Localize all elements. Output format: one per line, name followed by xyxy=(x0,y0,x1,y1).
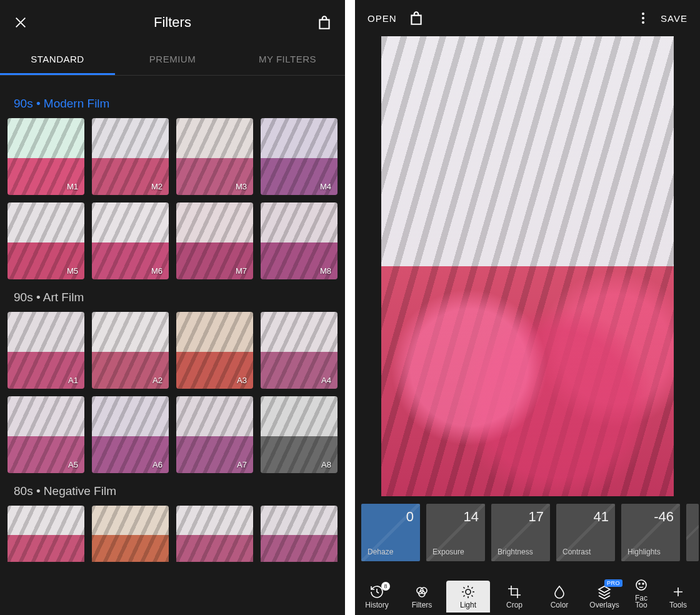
filter-thumb-a1[interactable]: A1 xyxy=(8,312,84,389)
filter-thumb[interactable] xyxy=(261,506,338,562)
image-preview-area xyxy=(355,36,700,504)
filter-thumb-label: A3 xyxy=(237,376,247,385)
svg-point-3 xyxy=(466,589,471,594)
filter-thumb-label: A5 xyxy=(68,460,78,469)
pro-badge: PRO xyxy=(604,579,622,587)
filter-thumb-m3[interactable]: M3 xyxy=(176,118,253,195)
svg-point-6 xyxy=(642,583,644,584)
history-count-badge: 8 xyxy=(381,582,390,591)
tool-crop[interactable]: Crop xyxy=(492,581,536,612)
adjust-brightness[interactable]: 17Brightness xyxy=(491,504,550,561)
tool-label: Overlays xyxy=(589,602,619,609)
filter-thumb-label: A8 xyxy=(321,460,331,469)
tab-my-filters[interactable]: MY FILTERS xyxy=(230,45,345,75)
filter-thumb-label: M7 xyxy=(236,266,247,276)
filter-thumb[interactable] xyxy=(176,506,253,562)
adjust-value: 41 xyxy=(562,509,609,525)
filter-groups-scroll[interactable]: 90s • Modern FilmM1M2M3M4M5M6M7M890s • A… xyxy=(0,76,345,614)
adjust-label: Brightness xyxy=(498,548,544,556)
more-menu-icon[interactable] xyxy=(637,12,649,24)
tool-face-tools[interactable]: Fac Too xyxy=(628,574,655,612)
filter-thumb[interactable] xyxy=(8,506,84,562)
filter-thumb-label: M1 xyxy=(67,182,78,191)
filters-header: Filters xyxy=(0,0,345,45)
filter-group-title[interactable]: 90s • Art Film xyxy=(14,291,338,304)
tool-label: Fac Too xyxy=(635,595,648,609)
adjust-more[interactable] xyxy=(686,504,699,561)
filter-thumb-m8[interactable]: M8 xyxy=(261,202,338,279)
tool-label: Color xyxy=(551,602,569,609)
filter-thumb-m2[interactable]: M2 xyxy=(92,118,169,195)
filter-thumb-a2[interactable]: A2 xyxy=(92,312,169,389)
filter-thumb-m6[interactable]: M6 xyxy=(92,202,169,279)
filter-thumb-label: M2 xyxy=(151,182,162,191)
filter-thumb-grid: M1M2M3M4M5M6M7M8 xyxy=(8,118,338,279)
editor-header: OPEN SAVE xyxy=(355,0,700,36)
image-preview[interactable] xyxy=(381,36,674,496)
filter-thumb-grid xyxy=(8,506,338,562)
tool-light[interactable]: Light xyxy=(446,581,490,612)
filter-thumb-label: M8 xyxy=(320,266,331,276)
save-button[interactable]: SAVE xyxy=(661,13,688,24)
filter-thumb[interactable] xyxy=(92,506,169,562)
filter-thumb-a6[interactable]: A6 xyxy=(92,396,169,473)
tool-filters[interactable]: Filters xyxy=(400,581,444,612)
filter-thumb-a5[interactable]: A5 xyxy=(8,396,84,473)
filter-thumb-m4[interactable]: M4 xyxy=(261,118,338,195)
adjustments-row[interactable]: 0Dehaze14Exposure17Brightness41Contrast-… xyxy=(355,504,700,561)
shopping-bag-icon[interactable] xyxy=(408,10,424,26)
tool-overlays[interactable]: OverlaysPRO xyxy=(582,581,626,612)
filter-thumb-a4[interactable]: A4 xyxy=(261,312,338,389)
adjust-dehaze[interactable]: 0Dehaze xyxy=(361,504,420,561)
filter-thumb-m7[interactable]: M7 xyxy=(176,202,253,279)
adjust-label: Highlights xyxy=(628,548,674,556)
filter-thumb-label: M4 xyxy=(320,182,331,191)
close-icon[interactable] xyxy=(12,14,29,31)
filter-thumb-label: M6 xyxy=(151,266,162,276)
filter-tabs: STANDARDPREMIUMMY FILTERS xyxy=(0,45,345,76)
filter-group-title[interactable]: 80s • Negative Film xyxy=(14,484,338,498)
panel-gap xyxy=(345,0,355,615)
open-button[interactable]: OPEN xyxy=(368,13,397,24)
adjust-value: 0 xyxy=(368,509,414,525)
tool-tools[interactable]: Tools xyxy=(656,581,700,612)
adjust-value: -46 xyxy=(628,509,674,525)
svg-point-5 xyxy=(639,583,640,584)
tab-standard[interactable]: STANDARD xyxy=(0,45,115,75)
tool-history[interactable]: History8 xyxy=(355,581,399,612)
tool-label: Filters xyxy=(412,602,432,609)
filter-group-title[interactable]: 90s • Modern Film xyxy=(14,97,338,111)
adjust-contrast[interactable]: 41Contrast xyxy=(556,504,615,561)
tool-label: Crop xyxy=(506,602,522,609)
adjust-value: 17 xyxy=(498,509,544,525)
filter-thumb-grid: A1A2A3A4A5A6A7A8 xyxy=(8,312,338,473)
bottom-toolbar: History8FiltersLightCropColorOverlaysPRO… xyxy=(355,561,700,615)
filters-title: Filters xyxy=(29,14,316,31)
filter-thumb-m1[interactable]: M1 xyxy=(8,118,84,195)
filter-thumb-label: A2 xyxy=(152,376,162,385)
tool-label: Tools xyxy=(669,602,687,609)
filter-thumb-a3[interactable]: A3 xyxy=(176,312,253,389)
filter-thumb-label: A4 xyxy=(321,376,331,385)
filter-thumb-a7[interactable]: A7 xyxy=(176,396,253,473)
filter-thumb-label: A7 xyxy=(237,460,247,469)
adjust-exposure[interactable]: 14Exposure xyxy=(426,504,485,561)
tool-color[interactable]: Color xyxy=(538,581,581,612)
tab-premium[interactable]: PREMIUM xyxy=(115,45,230,75)
adjust-value: 14 xyxy=(432,509,479,525)
filter-thumb-label: A6 xyxy=(152,460,162,469)
filter-thumb-a8[interactable]: A8 xyxy=(261,396,338,473)
shopping-bag-icon[interactable] xyxy=(316,14,332,31)
svg-point-4 xyxy=(636,580,646,590)
tool-label: History xyxy=(365,602,388,609)
adjust-label: Exposure xyxy=(432,548,479,556)
adjust-label: Contrast xyxy=(562,548,609,556)
filter-thumb-label: M5 xyxy=(67,266,78,276)
filter-thumb-label: A1 xyxy=(68,376,78,385)
adjust-label: Dehaze xyxy=(368,548,414,556)
adjust-highlights[interactable]: -46Highlights xyxy=(621,504,680,561)
filter-thumb-m5[interactable]: M5 xyxy=(8,202,84,279)
editor-panel: OPEN SAVE 0Dehaze14Exposure17Brightness4… xyxy=(355,0,700,615)
filters-panel: Filters STANDARDPREMIUMMY FILTERS 90s • … xyxy=(0,0,345,615)
tool-label: Light xyxy=(460,602,476,609)
